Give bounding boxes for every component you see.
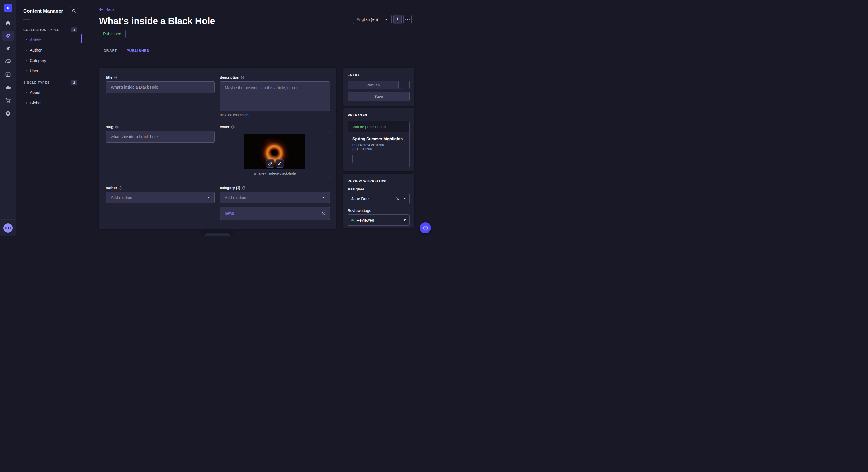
- edit-view: Back What's inside a Black Hole English …: [84, 0, 434, 236]
- home-nav-button[interactable]: [2, 18, 14, 28]
- sidebar-item-label: Article: [30, 38, 41, 42]
- remove-relation-button[interactable]: [322, 212, 325, 215]
- back-link[interactable]: Back: [99, 7, 115, 12]
- media-library-nav-button[interactable]: [2, 57, 14, 67]
- field-title: title: [106, 75, 215, 117]
- combobox-placeholder: Add relation: [111, 195, 132, 200]
- content-area: title description max. 80 characters: [99, 68, 414, 229]
- content-manager-nav-button[interactable]: [2, 31, 14, 41]
- assignee-label: Assignee: [348, 187, 410, 191]
- category-relation-combobox[interactable]: Add relation: [220, 192, 330, 203]
- section-count-badge: 2: [71, 80, 77, 85]
- bullet-icon: [26, 49, 27, 51]
- settings-nav-button[interactable]: [2, 108, 14, 119]
- title-input[interactable]: [106, 81, 215, 93]
- rail-icon-nav: [0, 18, 16, 119]
- review-workflows-panel: REVIEW WORKFLOWS Assignee Jane Doe Revie…: [343, 174, 414, 228]
- slug-input[interactable]: [106, 131, 215, 142]
- relation-link-news[interactable]: news: [225, 211, 234, 216]
- sidebar-item-article[interactable]: Article: [17, 35, 84, 45]
- sidebar-item-about[interactable]: About: [17, 88, 84, 98]
- help-icon: [422, 225, 429, 231]
- field-description: description max. 80 characters: [220, 75, 330, 117]
- label-text: description: [220, 75, 239, 79]
- cover-media-box: what-s-inside-a-black-hole: [220, 131, 330, 178]
- review-workflows-heading: REVIEW WORKFLOWS: [348, 179, 410, 183]
- arrow-left-icon: [99, 7, 103, 12]
- globe-icon: [119, 186, 122, 190]
- content-manager-subnav: Content Manager COLLECTION TYPES 4 Artic…: [17, 0, 84, 236]
- chevron-down-icon: [385, 19, 388, 20]
- sidebar-item-label: Global: [30, 101, 41, 105]
- section-label: COLLECTION TYPES: [23, 28, 60, 32]
- tab-draft[interactable]: DRAFT: [99, 46, 122, 57]
- release-status: Will be published in: [348, 121, 409, 133]
- field-author: author Add relation: [106, 186, 215, 220]
- globe-icon: [114, 76, 117, 79]
- strapi-logo[interactable]: [4, 4, 12, 12]
- section-count-badge: 4: [71, 27, 77, 32]
- download-button[interactable]: [393, 15, 402, 24]
- copy-link-button[interactable]: [266, 160, 274, 168]
- header-more-button[interactable]: [403, 15, 412, 24]
- publish-button[interactable]: Publish: [348, 80, 399, 89]
- content-type-builder-nav-button[interactable]: [2, 69, 14, 80]
- subnav-title: Content Manager: [23, 8, 63, 14]
- bullet-icon: [26, 70, 27, 71]
- form-card: title description max. 80 characters: [99, 68, 336, 229]
- tab-published[interactable]: PUBLISHED: [122, 46, 154, 57]
- feather-icon: [5, 33, 11, 39]
- sidebar-item-global[interactable]: Global: [17, 98, 84, 108]
- help-button[interactable]: [420, 222, 431, 233]
- sidebar-item-label: Category: [30, 58, 46, 63]
- assignee-combobox[interactable]: Jane Doe: [348, 193, 410, 204]
- cover-label: cover: [220, 125, 330, 129]
- title-label: title: [106, 75, 215, 79]
- slug-label: slug: [106, 125, 215, 129]
- label-text: slug: [106, 125, 113, 129]
- label-text: cover: [220, 125, 229, 129]
- layout-icon: [5, 72, 11, 77]
- more-icon: [403, 85, 408, 86]
- author-relation-combobox[interactable]: Add relation: [106, 192, 215, 203]
- gear-icon: [5, 110, 11, 116]
- entry-heading: ENTRY: [348, 73, 410, 76]
- scrollbar-thumb[interactable]: [81, 34, 82, 43]
- side-panel: ENTRY Publish Save RELEASES Will be publ…: [343, 68, 414, 228]
- search-button[interactable]: [70, 7, 78, 15]
- releases-nav-button[interactable]: [2, 43, 14, 54]
- version-tabs: DRAFT PUBLISHED: [99, 46, 154, 57]
- divider: [23, 20, 30, 20]
- marketplace-nav-button[interactable]: [2, 95, 14, 105]
- status-badge: Published: [99, 30, 126, 38]
- field-cover: cover: [220, 125, 330, 178]
- user-avatar[interactable]: KD: [3, 224, 12, 233]
- clear-assignee-button[interactable]: [396, 197, 400, 200]
- save-button[interactable]: Save: [348, 92, 410, 101]
- sidebar-item-label: User: [30, 69, 38, 73]
- pencil-icon: [278, 162, 282, 165]
- description-textarea[interactable]: [220, 81, 330, 111]
- single-types-header: SINGLE TYPES 2: [17, 80, 84, 85]
- author-label: author: [106, 186, 215, 190]
- stage-value: Reviewed: [356, 218, 374, 223]
- deploy-nav-button[interactable]: [2, 82, 14, 93]
- locale-select[interactable]: English (en): [353, 15, 392, 24]
- collection-types-header: COLLECTION TYPES 4: [17, 27, 84, 32]
- bottom-cutoff-pill[interactable]: [204, 233, 231, 236]
- review-stage-combobox[interactable]: Reviewed: [348, 214, 410, 226]
- globe-icon: [115, 125, 119, 129]
- entry-more-button[interactable]: [401, 80, 410, 89]
- combobox-placeholder: Add relation: [225, 195, 246, 200]
- sidebar-item-author[interactable]: Author: [17, 45, 84, 55]
- section-label: SINGLE TYPES: [23, 81, 50, 84]
- sidebar-item-category[interactable]: Category: [17, 55, 84, 66]
- chevron-down-icon: [404, 198, 406, 199]
- bullet-icon: [26, 92, 27, 93]
- sidebar-item-label: About: [30, 90, 40, 95]
- sidebar-item-user[interactable]: User: [17, 66, 84, 76]
- edit-image-button[interactable]: [276, 160, 284, 168]
- main-nav-rail: KD: [0, 0, 17, 236]
- release-more-button[interactable]: [352, 155, 361, 163]
- release-name: Spring Summer highlights: [352, 136, 405, 141]
